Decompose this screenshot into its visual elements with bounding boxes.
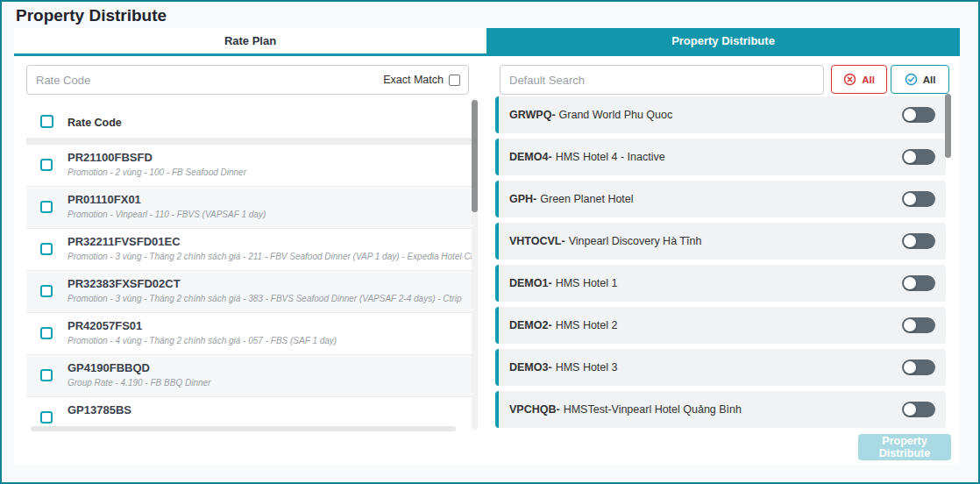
rate-code: PR21100FBSFD [67,151,469,164]
toggle-knob [904,403,916,416]
tab-property-distribute[interactable]: Property Distribute [486,28,960,56]
select-all-label: All [923,75,936,85]
rate-description: Promotion - 3 vùng - Tháng 2 chính sách … [67,252,469,261]
property-code: DEMO2- [509,319,552,331]
select-all-rates-checkbox[interactable] [40,115,53,128]
rate-row: GP4190FBBQDGroup Rate - 4.190 - FB BBQ D… [26,355,472,397]
rate-row-checkbox[interactable] [40,411,53,424]
property-toggle[interactable] [902,107,935,123]
property-row: DEMO4-HMS Hotel 4 - Inactive [495,139,946,175]
rate-code: PR42057FS01 [67,319,469,332]
rate-row-checkbox[interactable] [40,201,53,213]
exact-match-label: Exact Match [383,74,444,86]
toggle-knob [904,361,916,374]
property-toggle[interactable] [902,275,935,291]
rate-description: Group Rate - 4.190 - FB BBQ Dinner [67,378,469,388]
header-separator [26,138,472,145]
property-code: DEMO1- [509,277,552,289]
deselect-all-label: All [862,75,875,85]
rate-description: Promotion - 4 vùng - Tháng 2 chính sách … [67,336,469,345]
exact-match-checkbox[interactable] [449,75,460,86]
rate-row: PR42057FS01Promotion - 4 vùng - Tháng 2 … [26,313,472,355]
toggle-knob [904,277,916,289]
rate-code: PR32211FVSFD01EC [67,235,469,248]
property-name: HMS Hotel 2 [556,319,618,331]
toggle-knob [904,109,916,121]
rate-description: Promotion - 2 vùng - 100 - FB Seafood Di… [67,167,469,177]
toggle-knob [904,319,916,331]
rate-row: PR21100FBSFDPromotion - 2 vùng - 100 - F… [26,145,472,187]
rate-row-text: GP4190FBBQDGroup Rate - 4.190 - FB BBQ D… [67,361,469,388]
rate-row-checkbox[interactable] [40,285,53,297]
property-code: VHTOCVL- [509,235,565,247]
default-search-input[interactable] [501,74,823,87]
property-row: DEMO1-HMS Hotel 1 [495,265,946,302]
select-all-button[interactable]: All [891,65,949,94]
rate-row-text: PR21100FBSFDPromotion - 2 vùng - 100 - F… [67,151,469,177]
rate-row: PR32383FXSFD02CTPromotion - 3 vùng - Thá… [26,271,472,313]
rate-code: PR01110FX01 [67,193,469,206]
deselect-all-button[interactable]: All [831,65,887,94]
rate-row-checkbox[interactable] [40,327,53,339]
property-code: GRWPQ- [509,109,556,121]
property-toggle[interactable] [902,191,935,207]
rate-code: GP13785BS [67,403,469,416]
toggle-knob [904,235,916,247]
property-list: GRWPQ-Grand World Phu QuocDEMO4-HMS Hote… [495,96,946,433]
rate-row-text: PR42057FS01Promotion - 4 vùng - Tháng 2 … [67,319,469,345]
default-search-wrap [500,65,824,95]
rate-row: PR01110FX01Promotion - Vinpearl - 110 - … [26,187,472,229]
rate-code-search-input[interactable] [27,74,383,87]
rate-list-vertical-scrollbar[interactable] [472,98,478,430]
rate-row-text: PR32211FVSFD01ECPromotion - 3 vùng - Thá… [67,235,469,261]
exact-match: Exact Match [383,74,468,86]
property-toggle[interactable] [902,317,935,333]
property-row: DEMO2-HMS Hotel 2 [495,307,946,344]
rate-description: Promotion - 3 vùng - Tháng 2 chính sách … [67,294,469,303]
circle-x-icon [843,73,856,86]
toggle-knob [904,193,916,205]
property-row: DEMO3-HMS Hotel 3 [495,349,946,386]
rate-code-list: PR21100FBSFDPromotion - 2 vùng - 100 - F… [26,145,472,429]
page-title: Property Distribute [16,6,167,25]
property-toggle[interactable] [902,233,935,249]
property-name: HMS Hotel 3 [556,361,618,374]
rate-list-scrollbar-thumb[interactable] [472,100,478,212]
property-code: GPH- [509,193,536,205]
property-code: VPCHQB- [509,403,560,416]
property-toggle[interactable] [902,359,935,375]
rate-code: PR32383FXSFD02CT [67,277,469,290]
property-name: Vinpearl Discovery Hà Tĩnh [569,235,702,247]
property-toggle[interactable] [902,402,935,417]
property-row: GPH-Green Planet Hotel [495,181,946,217]
circle-check-icon [905,73,918,86]
rate-description: Promotion - Vinpearl - 110 - FBVS (VAPSA… [67,210,469,219]
rate-list-horizontal-scrollbar[interactable] [31,426,456,431]
rate-row-checkbox[interactable] [40,159,53,171]
rate-row-text: PR01110FX01Promotion - Vinpearl - 110 - … [67,193,469,219]
rate-row-checkbox[interactable] [40,243,53,255]
tab-rate-plan[interactable]: Rate Plan [14,28,486,56]
rate-row-text: PR32383FXSFD02CTPromotion - 3 vùng - Thá… [67,277,469,303]
property-distribute-submit-button[interactable]: Property Distribute [858,434,951,460]
property-code: DEMO4- [509,151,552,163]
rate-row-checkbox[interactable] [40,369,53,381]
property-list-scrollbar-thumb[interactable] [945,94,951,158]
property-code: DEMO3- [509,361,552,374]
property-row: GRWPQ-Grand World Phu Quoc [495,96,946,133]
property-name: Grand World Phu Quoc [559,109,673,121]
toggle-knob [904,151,916,163]
property-name: HMS Hotel 1 [556,277,618,289]
property-row: VPCHQB-HMSTest-Vinpearl Hotel Quảng Bình [495,391,946,428]
rate-code-search-wrap: Exact Match [26,65,469,95]
rate-code-column-header: Rate Code [67,117,122,129]
rate-row: PR32211FVSFD01ECPromotion - 3 vùng - Thá… [26,229,472,271]
property-toggle[interactable] [902,149,935,165]
rate-row: GP13785BS [26,397,472,429]
property-name: Green Planet Hotel [540,193,633,205]
rate-row-text: GP13785BS [67,403,469,420]
rate-code: GP4190FBBQD [67,361,469,374]
property-distribute-window: Property Distribute Rate Plan Property D… [0,0,980,484]
property-name: HMSTest-Vinpearl Hotel Quảng Bình [564,403,742,416]
property-name: HMS Hotel 4 - Inactive [556,151,665,163]
